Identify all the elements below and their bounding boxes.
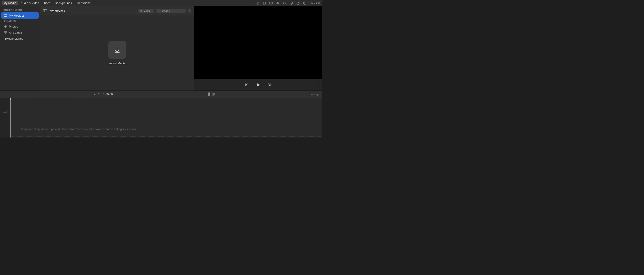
menu-titles[interactable]: Titles [42,1,52,5]
svg-rect-37 [4,112,4,113]
my-movie-label: My Movie 2 [9,14,24,17]
svg-rect-12 [4,14,7,16]
camera-icon[interactable] [269,1,274,5]
svg-point-14 [4,16,5,16]
svg-rect-22 [6,33,7,34]
svg-rect-38 [5,112,5,113]
zoom-tick-6 [214,93,215,96]
svg-point-25 [158,10,160,12]
track-row-3 [11,125,321,136]
filter-chevron-icon: ⌄ [151,10,152,12]
svg-rect-34 [4,110,4,111]
sidebar-item-imovie-library[interactable]: › iMovie Library [1,36,39,42]
toolbar-icons: ✦ ◎ ? [249,1,320,5]
svg-rect-1 [270,2,272,4]
zoom-tick-5 [213,93,214,96]
current-time: 46:36 [94,92,102,96]
svg-marker-31 [257,83,260,87]
all-events-icon [4,31,8,35]
preview-area [194,6,322,90]
audio-icon[interactable] [276,1,280,5]
svg-point-16 [6,16,7,16]
browser-title: My Movie 2 [50,9,65,12]
all-events-label: All Events [9,31,22,34]
track-row-1 [11,99,321,110]
menu-bar: My Media Audio & Video Titles Background… [0,0,322,6]
magic-wand-icon[interactable]: ✦ [249,1,253,5]
photos-label: Photos [9,25,18,28]
zoom-tick-1 [206,93,206,96]
reset-all-button[interactable]: Reset All [310,2,320,4]
drag-hint-text: Drag and drop video clips and photos fro… [21,128,138,131]
zoom-tick-4 [212,92,212,96]
track-row-2 [11,112,321,124]
preview-controls [194,79,322,90]
fullscreen-button[interactable] [316,83,319,87]
track-rows [10,98,322,138]
time-separator: / [103,92,104,96]
import-media-label: Import Media [108,62,126,65]
browser-toolbar: My Movie 2 All Clips ⌄ [40,6,194,15]
play-button[interactable] [254,81,262,89]
browser-content: Import Media [40,15,194,90]
timeline-main: Drag and drop video clips and photos fro… [10,98,322,138]
browser-settings-button[interactable] [188,8,192,13]
menu-backgrounds[interactable]: Backgrounds [53,1,74,5]
search-input[interactable] [162,9,184,12]
search-icon [158,10,160,12]
import-media-button[interactable] [108,41,126,59]
libraries-label: LIBRARIES [0,18,40,23]
menu-transitions[interactable]: Transitions [74,1,92,5]
film-strip-icon [3,109,7,114]
crop-icon[interactable] [262,1,267,5]
timeline-settings-button[interactable]: Settings [310,93,319,96]
clip-filter-label: All Clips [140,9,150,12]
browser-area: My Movie 2 All Clips ⌄ [40,6,194,90]
svg-rect-19 [4,31,5,33]
zoom-thumb[interactable] [208,92,210,96]
zoom-tick-3 [211,93,212,96]
imovie-library-label: iMovie Library [5,37,23,40]
color-wheel-icon[interactable]: ◎ [256,1,260,5]
menu-audio-video[interactable]: Audio & Video [19,1,41,5]
search-box [156,9,186,13]
zoom-slider[interactable] [206,92,215,96]
svg-rect-23 [43,10,47,12]
sidebar-item-all-events[interactable]: All Events [1,30,39,36]
zoom-tick-2 [207,93,207,96]
timeline-time: 46:36 / 00:00 [94,92,113,96]
video-preview [194,6,322,79]
chevron-right-icon: › [4,38,4,40]
svg-rect-36 [6,110,6,111]
svg-text:?: ? [291,2,292,4]
svg-point-13 [4,15,5,15]
total-time: 00:00 [106,92,113,96]
info-icon[interactable] [302,1,307,5]
svg-rect-21 [4,33,5,34]
question-icon[interactable]: ? [289,1,294,5]
main-area: PROJECT MEDIA My Movie 2 LIBRARIES [0,6,322,90]
sidebar-item-photos[interactable]: Photos [1,23,39,30]
sidebar-item-my-movie[interactable]: My Movie 2 [1,12,39,18]
svg-rect-0 [263,2,266,4]
timeline-area: 46:36 / 00:00 Settings [0,90,322,138]
clip-filter-dropdown[interactable]: All Clips ⌄ [138,9,154,13]
skip-forward-button[interactable] [266,82,273,88]
photos-icon [4,24,8,28]
menu-my-media[interactable]: My Media [2,1,18,5]
svg-point-11 [304,2,305,2]
svg-rect-39 [6,112,6,113]
toggle-sidebar-button[interactable] [42,8,48,13]
svg-point-18 [5,26,6,27]
svg-rect-35 [5,110,5,111]
chart-icon[interactable] [282,1,287,5]
timeline-content: Drag and drop video clips and photos fro… [0,98,322,138]
movie-icon [4,14,8,18]
skip-back-button[interactable] [244,82,250,88]
timeline-left-panel [0,98,10,138]
sidebar: PROJECT MEDIA My Movie 2 LIBRARIES [0,6,40,90]
svg-point-15 [6,15,7,15]
noise-reduction-icon[interactable] [296,1,300,5]
svg-point-27 [189,10,190,11]
svg-line-26 [160,11,160,12]
